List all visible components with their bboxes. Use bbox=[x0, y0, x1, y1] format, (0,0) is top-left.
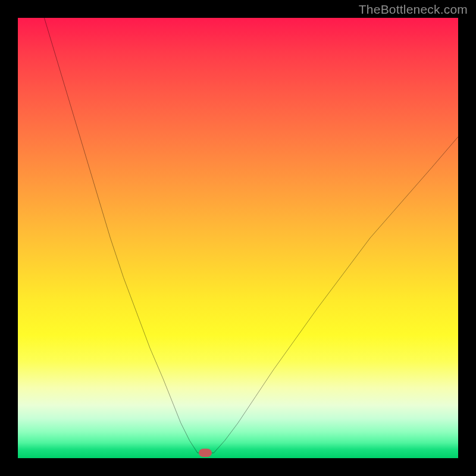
watermark-text: TheBottleneck.com bbox=[359, 2, 468, 17]
optimal-point-marker bbox=[199, 449, 212, 457]
bottleneck-curve bbox=[18, 18, 458, 458]
chart-frame: TheBottleneck.com bbox=[0, 0, 476, 476]
plot-area bbox=[18, 18, 458, 458]
